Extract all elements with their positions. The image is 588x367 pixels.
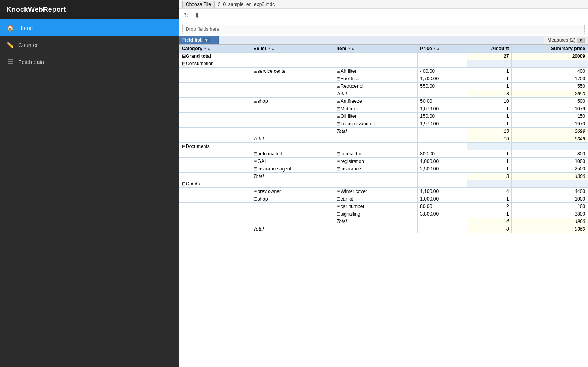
table-cell: 3,800.00: [418, 210, 467, 218]
table-cell: ⊟Consumption: [179, 60, 251, 68]
table-cell: ⊟signalling: [334, 210, 418, 218]
table-row: Total133699: [179, 128, 588, 135]
table-cell: 4: [467, 218, 511, 225]
table-cell: [179, 98, 251, 105]
sort-category[interactable]: ▼▲: [203, 47, 211, 51]
table-row: ⊟Grand total2720009: [179, 53, 588, 60]
table-cell: 2,500.00: [418, 165, 467, 173]
sidebar-item-home-label: Home: [18, 25, 33, 31]
table-cell: 150: [511, 113, 588, 120]
measures-dropdown[interactable]: ▼: [577, 38, 585, 43]
table-cell: [467, 60, 511, 68]
table-cell: 10: [467, 98, 511, 105]
col-header-summary-price: Summary price: [511, 45, 588, 53]
table-cell: [179, 90, 251, 98]
table-cell: 50.00: [418, 98, 467, 105]
table-cell: 1,000.00: [418, 195, 467, 203]
measures-label: Measures (2): [547, 37, 575, 43]
table-cell: ⊟Air filter: [334, 68, 418, 75]
table-cell: [418, 225, 467, 233]
table-cell: 1: [467, 68, 511, 75]
table-cell: [334, 135, 418, 143]
sidebar-item-home[interactable]: 🏠 Home: [0, 19, 179, 36]
table-cell: [179, 68, 251, 75]
table-cell: [251, 120, 334, 128]
table-row: ⊟insurance agent⊟insurance2,500.0012500: [179, 165, 588, 173]
toolbar: ↻ ⬇: [179, 9, 588, 23]
field-list-label: Field list: [182, 37, 202, 43]
table-cell: ⊟car number: [334, 203, 418, 210]
table-cell: [179, 83, 251, 90]
table-row: ⊟Motor oil1,079.0011079: [179, 105, 588, 113]
table-cell: 400: [511, 68, 588, 75]
sort-seller[interactable]: ▼▲: [267, 47, 275, 51]
table-cell: [467, 180, 511, 188]
col-header-item: Item ▼▲: [334, 45, 418, 53]
sidebar-item-fetch-data[interactable]: ☰ Fetch data: [0, 53, 179, 70]
table-cell: ⊟insurance: [334, 165, 418, 173]
table-cell: [511, 180, 588, 188]
table-cell: 1970: [511, 120, 588, 128]
table-cell: [418, 90, 467, 98]
table-cell: ⊟Transmission oil: [334, 120, 418, 128]
table-cell: ⊟Oil filter: [334, 113, 418, 120]
table-cell: ⊟Documents: [179, 143, 251, 150]
table-cell: 800: [511, 150, 588, 158]
table-cell: 550: [511, 83, 588, 90]
table-cell: [334, 53, 418, 60]
counter-icon: ✏️: [6, 41, 14, 49]
table-cell: 550.00: [418, 83, 467, 90]
table-cell: ⊟registration: [334, 158, 418, 165]
sidebar-item-fetch-data-label: Fetch data: [18, 59, 44, 65]
pivot-table: Category ▼▲ Seller ▼▲ Item ▼▲: [179, 45, 588, 233]
table-cell: ⊟shop: [251, 98, 334, 105]
table-row: Total166349: [179, 135, 588, 143]
refresh-button[interactable]: ↻: [182, 11, 190, 20]
sort-price[interactable]: ▼▲: [433, 47, 441, 51]
table-cell: 3: [467, 173, 511, 180]
pivot-wrapper: Category ▼▲ Seller ▼▲ Item ▼▲: [179, 45, 588, 367]
table-cell: ⊟Reducer oil: [334, 83, 418, 90]
table-cell: ⊟shop: [251, 195, 334, 203]
table-cell: 3: [467, 90, 511, 98]
download-button[interactable]: ⬇: [193, 11, 201, 20]
pivot-header-row: Field list ▼ Measures (2) ▼: [179, 36, 588, 45]
table-row: ⊟signalling3,800.0013800: [179, 210, 588, 218]
table-cell: 1000: [511, 195, 588, 203]
table-cell: [179, 120, 251, 128]
table-cell: [251, 143, 334, 150]
table-cell: 2650: [511, 90, 588, 98]
table-cell: 800.00: [418, 150, 467, 158]
table-cell: [179, 218, 251, 225]
table-cell: [334, 225, 418, 233]
table-cell: [418, 53, 467, 60]
table-cell: [179, 135, 251, 143]
fetch-data-icon: ☰: [6, 58, 14, 66]
table-cell: ⊟auto market: [251, 150, 334, 158]
filename-display: 2_0_sample_en_exp3.mdc: [218, 2, 275, 7]
table-cell: 16: [467, 135, 511, 143]
table-cell: 1: [467, 210, 511, 218]
table-cell: [251, 60, 334, 68]
table-cell: 1: [467, 165, 511, 173]
sort-item[interactable]: ▼▲: [347, 47, 355, 51]
table-cell: Total: [334, 90, 418, 98]
table-cell: [251, 83, 334, 90]
table-cell: 1000: [511, 158, 588, 165]
table-cell: Total: [334, 128, 418, 135]
sidebar-item-counter[interactable]: ✏️ Counter: [0, 36, 179, 53]
table-cell: 27: [467, 53, 511, 60]
table-cell: [511, 60, 588, 68]
table-row: ⊟Reducer oil550.001550: [179, 83, 588, 90]
table-cell: [179, 173, 251, 180]
choose-file-button[interactable]: Choose File: [182, 1, 215, 8]
app-logo: KnockWebReport: [0, 0, 179, 19]
table-cell: ⊟GAI: [251, 158, 334, 165]
field-list-dropdown[interactable]: ▼: [203, 38, 210, 42]
table-cell: [179, 105, 251, 113]
table-cell: 400.00: [418, 68, 467, 75]
table-cell: [179, 128, 251, 135]
table-cell: [418, 180, 467, 188]
refresh-icon: ↻: [184, 12, 189, 19]
table-cell: 1,000.00: [418, 158, 467, 165]
